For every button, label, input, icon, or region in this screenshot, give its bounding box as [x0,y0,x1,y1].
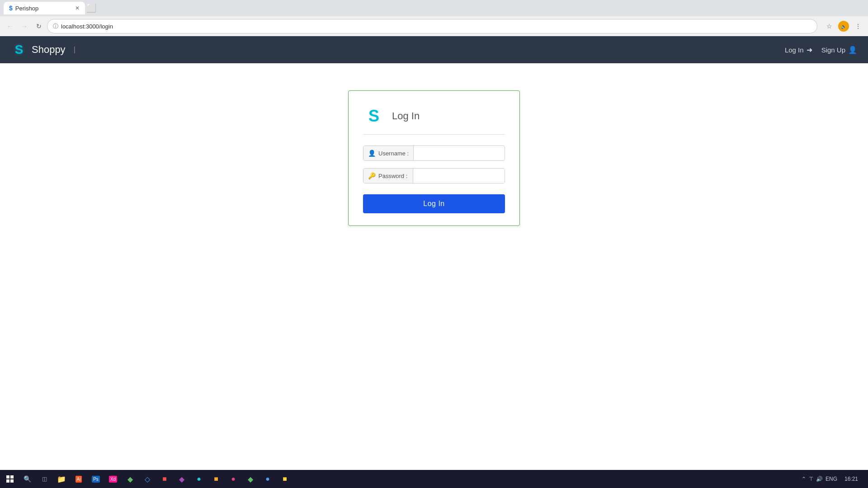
logo-icon: S [11,42,27,58]
signup-nav-link[interactable]: Sign Up 👤 [821,46,857,54]
username-label: 👤 Username : [363,146,414,160]
green-app-icon2: ◆ [248,475,253,483]
system-tray: ⌃ ⊤ 🔊 ENG 16:21 [798,476,866,482]
browser-controls: ← → ↻ ⓘ localhost:3000/login ☆ 🔈 ⋮ [0,16,868,36]
language-indicator: ENG [826,476,837,482]
clock-time: 16:21 [840,476,863,482]
tray-chevron[interactable]: ⌃ [802,476,806,482]
extension-label: 🔈 [841,24,846,29]
login-nav-label: Log In [785,46,804,54]
search-button[interactable]: 🔍 [19,471,35,487]
password-form-group: 🔑 Password : [363,168,505,183]
username-form-group: 👤 Username : [363,145,505,161]
app-navbar: S Shoppy | Log In ➜ Sign Up 👤 [0,36,868,63]
blue-circle-icon: ● [265,475,270,483]
ai-icon: Ai [75,476,82,483]
tab-title: Perishop [15,5,38,12]
green-app-icon: ◆ [127,475,133,483]
key-icon: 🔑 [368,172,376,179]
signup-nav-icon: 👤 [848,46,857,54]
login-card: S Log In 👤 Username : 🔑 Password : [348,90,520,226]
extension-icon: 🔈 [838,21,849,32]
wifi-icon[interactable]: ⊤ [809,476,813,482]
username-input-group: 👤 Username : [363,145,505,161]
login-nav-link[interactable]: Log In ➜ [785,46,812,54]
person-icon: 👤 [368,150,376,157]
url-text: localhost:3000/login [61,23,113,30]
task-view-icon: ◫ [42,476,47,482]
lock-icon: ⓘ [53,23,58,30]
adobe-ps-button[interactable]: Ps [88,471,104,487]
yellow-app-icon: ■ [283,475,287,483]
cyan-app-icon: ● [197,475,201,483]
forward-button[interactable]: → [18,20,31,33]
back-button[interactable]: ← [4,20,16,33]
tab-favicon: $ [9,5,13,12]
login-logo: S [363,105,385,127]
active-tab[interactable]: $ Perishop ✕ [4,2,85,14]
file-explorer-button[interactable]: 📁 [53,471,70,487]
username-input[interactable] [414,146,505,160]
taskbar-app6[interactable]: ◇ [139,471,156,487]
tab-close-button[interactable]: ✕ [75,5,80,11]
password-input[interactable] [413,169,505,183]
nav-divider: | [74,46,75,54]
task-view-button[interactable]: ◫ [36,471,52,487]
new-tab-button[interactable]: ⬜ [85,2,98,14]
taskbar-search-icon: 🔍 [24,475,31,483]
red-app-icon: ■ [162,475,167,483]
login-nav-icon: ➜ [807,46,812,54]
menu-button[interactable]: ⋮ [852,20,864,33]
bookmark-button[interactable]: ☆ [823,20,835,33]
taskbar-app7[interactable]: ■ [156,471,173,487]
adobe-xd-button[interactable]: Xd [105,471,121,487]
taskbar-app9[interactable]: ● [191,471,207,487]
taskbar-app14[interactable]: ■ [277,471,293,487]
volume-icon[interactable]: 🔊 [816,476,823,482]
adobe-ai-button[interactable]: Ai [71,471,87,487]
taskbar: 🔍 ◫ 📁 Ai Ps Xd ◆ ◇ ■ ◆ ● ■ ● ◆ ● ■ [0,470,868,488]
signup-nav-label: Sign Up [821,46,845,54]
ps-icon: Ps [92,476,100,483]
reload-button[interactable]: ↻ [33,20,45,33]
main-content: S Log In 👤 Username : 🔑 Password : [0,63,868,488]
nav-links: Log In ➜ Sign Up 👤 [785,46,857,54]
windows-logo-icon [6,475,14,483]
login-card-header: S Log In [363,105,505,135]
taskbar-clock: 16:21 [840,476,863,482]
taskbar-app11[interactable]: ● [225,471,241,487]
app-logo: S Shoppy | [11,42,79,58]
blue-app-icon: ◇ [145,475,150,483]
orange-app-icon: ■ [214,475,218,483]
new-tab-icon: ⬜ [86,3,96,13]
xd-icon: Xd [109,476,117,483]
tab-bar: $ Perishop ✕ ⬜ [0,0,868,16]
folder-icon: 📁 [57,475,66,483]
purple-app-icon: ◆ [179,475,184,483]
taskbar-app5[interactable]: ◆ [122,471,138,487]
start-button[interactable] [2,471,18,487]
address-bar[interactable]: ⓘ localhost:3000/login [47,19,817,33]
browser-actions: ☆ 🔈 ⋮ [823,20,864,33]
taskbar-app10[interactable]: ■ [208,471,224,487]
login-submit-button[interactable]: Log In [363,194,505,213]
password-input-group: 🔑 Password : [363,168,505,183]
password-label: 🔑 Password : [363,169,413,183]
taskbar-app12[interactable]: ◆ [242,471,259,487]
app-brand-name: Shoppy [32,44,66,56]
pink-app-icon: ● [231,475,236,483]
login-title: Log In [392,110,420,122]
taskbar-app8[interactable]: ◆ [174,471,190,487]
taskbar-app13[interactable]: ● [259,471,276,487]
browser-chrome: $ Perishop ✕ ⬜ ← → ↻ ⓘ localhost:3000/lo… [0,0,868,36]
